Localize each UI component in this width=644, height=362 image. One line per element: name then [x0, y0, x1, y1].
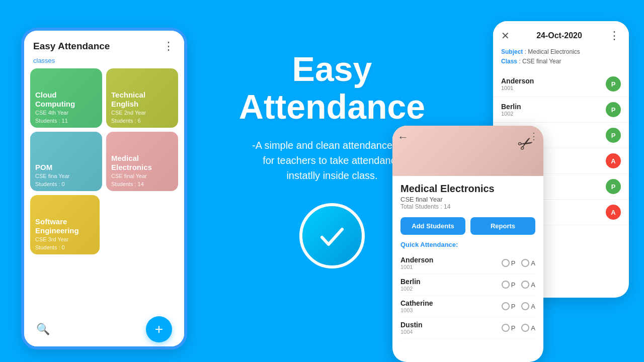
class-card-students: Students : 0: [35, 181, 97, 187]
present-label: P: [511, 259, 516, 267]
absent-radio[interactable]: A: [521, 302, 535, 310]
attendance-badge: A: [606, 153, 621, 168]
attendance-badge: P: [606, 76, 621, 92]
radio-circle-a[interactable]: [521, 324, 529, 332]
class-card[interactable]: Software Engineering CSE 3rd Year Studen…: [30, 195, 100, 254]
center-title: Easy Attendance: [211, 50, 453, 126]
class-card[interactable]: Technical English CSE 2nd Year Students …: [106, 68, 178, 128]
present-radio[interactable]: P: [502, 324, 516, 332]
more-options-icon[interactable]: ⋮: [163, 40, 175, 53]
class-card-name: Cloud Computing: [35, 90, 97, 109]
class-card-name: Software Engineering: [35, 217, 95, 235]
qa-student-id: 1001: [400, 264, 433, 270]
add-students-button[interactable]: Add Students: [400, 217, 465, 235]
class-card[interactable]: Medical Electronics CSE final Year Stude…: [106, 132, 178, 191]
class-card-students: Students : 11: [35, 118, 97, 124]
absent-radio[interactable]: A: [521, 259, 535, 267]
phone-left: Easy Attendance ⋮ classes Cloud Computin…: [21, 28, 187, 349]
qa-radio-group[interactable]: P A: [502, 324, 535, 332]
phone-left-bottom: 🔍 +: [24, 312, 184, 346]
class-label: Class: [501, 58, 517, 65]
qa-student-name: Dustin: [400, 321, 423, 329]
present-radio[interactable]: P: [502, 281, 516, 289]
add-class-button[interactable]: +: [146, 316, 172, 342]
close-icon[interactable]: ✕: [501, 30, 510, 42]
phone-detail: ← ⋮ ✂ Medical Electronics CSE final Year…: [392, 126, 543, 362]
absent-label: A: [531, 303, 535, 310]
class-card-year: CSE 3rd Year: [35, 236, 95, 242]
subject-text: Medical Electronics: [528, 48, 580, 55]
radio-circle-a[interactable]: [521, 281, 529, 289]
class-card-year: CSE 4th Year: [35, 110, 97, 116]
quick-attendance-label: Quick Attendance:: [400, 241, 535, 248]
phone-right-info: Subject : Medical Electronics Class : CS…: [493, 47, 629, 71]
class-card-year: CSE final Year: [111, 173, 173, 179]
present-radio[interactable]: P: [502, 259, 516, 267]
phone-left-header: Easy Attendance ⋮: [24, 31, 184, 55]
qa-student-id: 1003: [400, 307, 433, 313]
absent-label: A: [531, 281, 535, 289]
attendance-badge: P: [606, 102, 621, 117]
phone-right-header: ✕ 24-Oct-2020 ⋮: [493, 21, 629, 47]
more-options-icon[interactable]: ⋮: [609, 29, 621, 42]
quick-attendance-list: Anderson 1001 P A Berlin 1002: [400, 252, 535, 339]
attendance-row: Anderson 1001 P: [493, 71, 629, 97]
qa-radio-group[interactable]: P A: [502, 302, 535, 310]
absent-radio[interactable]: A: [521, 324, 535, 332]
quick-attendance-row: Dustin 1004 P A: [400, 317, 535, 339]
qa-radio-group[interactable]: P A: [502, 259, 535, 267]
class-card[interactable]: POM CSE fina Year Students : 0: [30, 132, 102, 191]
class-name: Medical Electronics: [400, 183, 535, 195]
qa-student-name: Catherine: [400, 299, 433, 307]
qa-student-id: 1002: [400, 286, 421, 292]
attendance-badge: P: [606, 128, 621, 143]
present-label: P: [511, 303, 516, 310]
back-icon[interactable]: ←: [397, 131, 409, 144]
qa-radio-group[interactable]: P A: [502, 281, 535, 289]
app-title: Easy Attendance: [33, 41, 110, 52]
absent-radio[interactable]: A: [521, 281, 535, 289]
radio-circle-a[interactable]: [521, 302, 529, 310]
radio-circle-p[interactable]: [502, 259, 510, 267]
class-text: CSE final Year: [522, 58, 561, 65]
class-card-name: Medical Electronics: [111, 154, 173, 172]
search-icon[interactable]: 🔍: [36, 323, 50, 336]
total-students: Total Students : 14: [400, 203, 535, 210]
student-name: Anderson: [501, 77, 534, 85]
radio-circle-p[interactable]: [502, 324, 510, 332]
attendance-row: Berlin 1002 P: [493, 97, 629, 123]
checkmark-circle: [299, 203, 365, 268]
quick-attendance-row: Berlin 1002 P A: [400, 274, 535, 296]
quick-attendance-row: Catherine 1003 P A: [400, 296, 535, 317]
qa-student-name: Berlin: [400, 278, 421, 286]
subject-label: Subject: [501, 48, 523, 55]
checkmark-icon: [314, 218, 350, 253]
student-id: 1001: [501, 85, 534, 91]
absent-label: A: [531, 259, 535, 267]
qa-student-name: Anderson: [400, 256, 433, 264]
student-id: 1002: [501, 111, 521, 117]
radio-circle-p[interactable]: [502, 302, 510, 310]
radio-circle-a[interactable]: [521, 259, 529, 267]
present-radio[interactable]: P: [502, 302, 516, 310]
class-card-students: Students : 0: [35, 244, 95, 250]
attendance-badge: P: [606, 179, 621, 194]
class-card-students: Students : 6: [111, 118, 173, 124]
class-card-year: CSE fina Year: [35, 173, 97, 179]
student-name: Berlin: [501, 103, 521, 111]
absent-label: A: [531, 324, 535, 332]
class-card-year: CSE 2nd Year: [111, 110, 173, 116]
present-label: P: [511, 281, 516, 289]
quick-attendance-row: Anderson 1001 P A: [400, 252, 535, 274]
classes-label: classes: [24, 55, 184, 68]
reports-button[interactable]: Reports: [470, 217, 535, 235]
action-buttons: Add Students Reports: [400, 217, 535, 235]
present-label: P: [511, 324, 516, 332]
radio-circle-p[interactable]: [502, 281, 510, 289]
class-card[interactable]: Cloud Computing CSE 4th Year Students : …: [30, 68, 102, 128]
attendance-badge: A: [606, 205, 621, 220]
class-card-name: Technical English: [111, 90, 173, 109]
class-card-students: Students : 14: [111, 181, 173, 187]
qa-student-id: 1004: [400, 329, 423, 335]
class-card-name: POM: [35, 163, 97, 172]
